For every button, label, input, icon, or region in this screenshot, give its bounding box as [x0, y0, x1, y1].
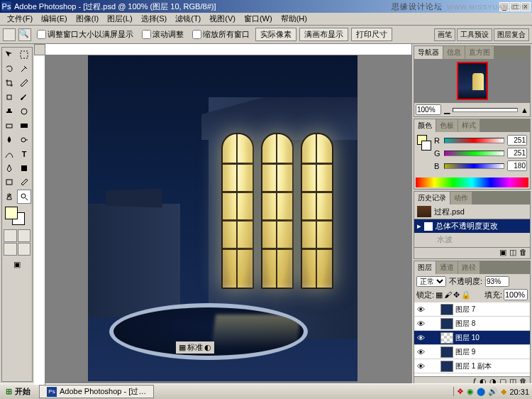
pen-tool[interactable] [2, 161, 16, 175]
tray-icon[interactable]: 🔊 [488, 387, 498, 396]
layer-row[interactable]: 👁图层 8 [414, 317, 530, 331]
zoom-all-checkbox[interactable]: 缩放所有窗口 [192, 29, 250, 40]
tab-layers[interactable]: 图层 [414, 261, 436, 274]
menu-help[interactable]: 帮助(H) [277, 13, 311, 24]
notes-tool[interactable] [2, 175, 16, 190]
tab-brushes[interactable]: 画笔 [434, 28, 455, 41]
start-button[interactable]: ⊞ 开始 [0, 386, 36, 397]
visibility-icon[interactable]: 👁 [414, 348, 427, 356]
tab-swatches[interactable]: 色板 [436, 119, 458, 132]
wand-tool[interactable] [17, 62, 31, 76]
layer-row[interactable]: 👁图层 7 [414, 302, 530, 317]
g-slider[interactable] [444, 151, 504, 156]
slice-tool[interactable] [17, 76, 31, 90]
b-slider[interactable] [444, 163, 504, 169]
tab-info[interactable]: 信息 [443, 46, 465, 59]
ruler-horizontal[interactable] [45, 44, 411, 55]
stamp-tool[interactable] [2, 104, 16, 119]
tool-preset-icon[interactable] [3, 28, 16, 41]
tray-icon[interactable]: ❖ [457, 387, 464, 396]
b-input[interactable] [507, 160, 527, 171]
move-tool[interactable] [2, 48, 16, 62]
blend-mode-select[interactable]: 正常 [416, 276, 446, 287]
history-snapshot[interactable]: 过程.psd [414, 204, 530, 219]
print-size-button[interactable]: 打印尺寸 [351, 28, 392, 41]
menu-filter[interactable]: 滤镜(T) [171, 13, 205, 24]
dodge-tool[interactable] [17, 133, 31, 147]
layer-thumbnail[interactable] [440, 332, 453, 344]
menu-file[interactable]: 文件(F) [3, 13, 37, 24]
clock[interactable]: 20:31 [509, 388, 529, 396]
document-canvas[interactable] [88, 48, 358, 381]
tab-styles[interactable]: 样式 [458, 119, 480, 132]
jump-to-iready-icon[interactable]: ▣ [2, 257, 32, 272]
r-slider[interactable] [444, 138, 504, 143]
history-entry[interactable]: 水波 [414, 233, 530, 246]
lock-all-icon[interactable]: 🔒 [461, 290, 471, 300]
tab-color[interactable]: 颜色 [414, 119, 436, 132]
menu-layer[interactable]: 图层(L) [103, 13, 136, 24]
visibility-icon[interactable]: 👁 [414, 319, 427, 328]
layer-row[interactable]: 👁图层 1 副本 [414, 359, 530, 373]
heal-tool[interactable] [2, 90, 16, 104]
layer-thumbnail[interactable] [440, 346, 453, 358]
standard-mode-button[interactable] [4, 229, 17, 242]
r-input[interactable] [507, 135, 527, 146]
path-tool[interactable] [2, 147, 16, 161]
zoom-out-icon[interactable]: ▁ [444, 105, 450, 114]
canvas-area[interactable]: ▦ 标准 ◐ [34, 44, 411, 385]
type-tool[interactable]: T [17, 147, 31, 161]
taskbar-app-button[interactable]: Ps Adobe Photoshop - [过… [39, 385, 154, 398]
menu-select[interactable]: 选择(S) [137, 13, 172, 24]
lock-move-icon[interactable]: ✥ [453, 290, 460, 300]
crop-tool[interactable] [2, 76, 16, 90]
layer-row[interactable]: 👁图层 10 [414, 331, 530, 345]
eyedropper-tool[interactable] [17, 175, 31, 190]
scroll-zoom-checkbox[interactable]: 滚动调整 [142, 29, 184, 40]
blur-tool[interactable] [2, 133, 16, 147]
tray-icon[interactable]: ◉ [467, 387, 474, 396]
color-bg-swatch[interactable] [421, 141, 431, 151]
new-snapshot-icon[interactable]: ▣ [499, 248, 506, 258]
zoom-input[interactable] [416, 104, 441, 115]
menu-view[interactable]: 视图(V) [205, 13, 240, 24]
screen-full-button[interactable] [18, 243, 31, 256]
ruler-vertical[interactable] [34, 55, 45, 385]
history-brush-tool[interactable] [17, 104, 31, 119]
tab-history[interactable]: 历史记录 [414, 192, 450, 204]
menu-edit[interactable]: 编辑(E) [37, 13, 72, 24]
hand-tool[interactable] [2, 190, 16, 204]
visibility-icon[interactable]: 👁 [414, 334, 427, 342]
gradient-tool[interactable] [17, 119, 31, 133]
tab-tool-presets[interactable]: 工具预设 [457, 28, 492, 41]
lock-trans-icon[interactable]: ▦ [436, 290, 443, 300]
lock-paint-icon[interactable]: 🖌 [444, 290, 452, 299]
zoom-in-icon[interactable]: ▲ [521, 106, 528, 114]
tab-layer-comps[interactable]: 图层复合 [494, 28, 529, 41]
layer-thumbnail[interactable] [440, 318, 453, 329]
history-entry[interactable]: ▸ 总体不透明度更改 [414, 219, 530, 233]
marquee-tool[interactable] [17, 48, 31, 62]
color-spectrum[interactable] [416, 177, 528, 187]
eraser-tool[interactable] [2, 119, 16, 133]
resize-window-checkbox[interactable]: 调整窗口大小以满屏显示 [37, 29, 133, 40]
navigator-thumbnail[interactable] [414, 59, 530, 103]
fit-screen-button[interactable]: 满画布显示 [299, 28, 348, 41]
g-input[interactable] [507, 148, 527, 158]
menu-window[interactable]: 窗口(W) [240, 13, 277, 24]
new-doc-icon[interactable]: ◫ [509, 248, 516, 258]
actual-pixels-button[interactable]: 实际像素 [255, 28, 297, 41]
zoom-tool-icon[interactable]: 🔍 [18, 28, 31, 41]
tray-icon[interactable]: ⬤ [477, 387, 485, 396]
fill-input[interactable] [504, 289, 528, 300]
tab-paths[interactable]: 路径 [458, 261, 480, 274]
visibility-icon[interactable]: 👁 [414, 362, 427, 371]
shape-tool[interactable] [17, 161, 31, 175]
ruler-origin[interactable] [34, 44, 45, 55]
foreground-swatch[interactable] [5, 207, 18, 219]
zoom-slider[interactable] [453, 108, 518, 112]
screen-std-button[interactable] [4, 243, 17, 256]
visibility-icon[interactable]: 👁 [414, 305, 427, 314]
layer-row[interactable]: 👁图层 9 [414, 345, 530, 359]
layer-thumbnail[interactable] [440, 361, 453, 372]
